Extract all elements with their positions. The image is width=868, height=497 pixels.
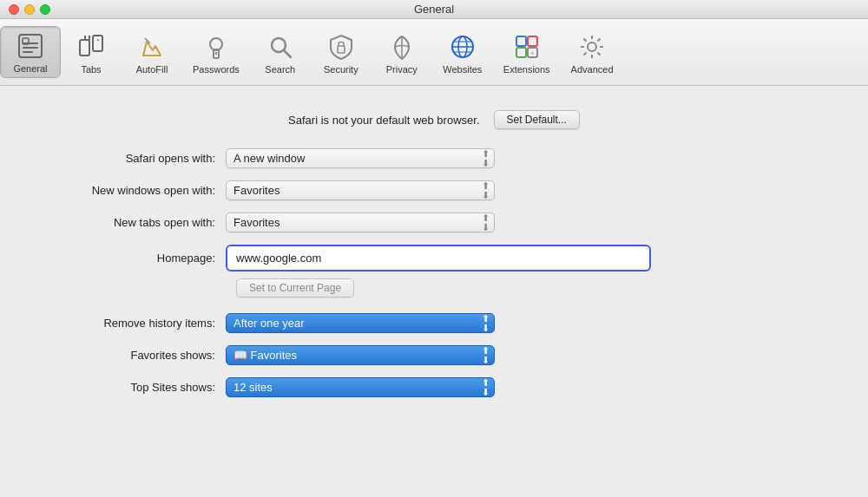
window-title: General (414, 3, 454, 16)
privacy-label: Privacy (386, 64, 418, 75)
maximize-button[interactable] (40, 4, 50, 15)
new-tabs-select-wrapper: Favorites Homepage Empty Page Same Page … (226, 213, 495, 232)
new-windows-control: Favorites Homepage Empty Page Same Page … (226, 180, 495, 200)
new-tabs-label: New tabs open with: (35, 216, 226, 229)
autofill-label: AutoFill (136, 64, 168, 75)
favorites-shows-row: Favorites shows: 📖 Favorites 📖 Bookmarks… (35, 345, 833, 365)
favorites-shows-control: 📖 Favorites 📖 Bookmarks Bar 📖 Bookmarks … (226, 345, 495, 365)
passwords-label: Passwords (193, 64, 240, 75)
toolbar-item-passwords[interactable]: Passwords (182, 28, 250, 78)
svg-point-12 (210, 38, 222, 50)
homepage-label: Homepage: (35, 252, 226, 265)
remove-history-label: Remove history items: (35, 317, 226, 330)
advanced-icon (576, 31, 608, 62)
toolbar-item-advanced[interactable]: Advanced (561, 28, 624, 78)
favorites-shows-label: Favorites shows: (35, 349, 226, 362)
safari-opens-select[interactable]: A new window A new private window All wi… (226, 148, 495, 168)
toolbar-item-tabs[interactable]: Tabs (61, 28, 122, 78)
close-button[interactable] (9, 4, 19, 15)
new-tabs-select[interactable]: Favorites Homepage Empty Page Same Page (226, 213, 495, 232)
passwords-icon (201, 31, 232, 62)
general-label: General (13, 63, 47, 74)
svg-line-34 (598, 53, 601, 56)
set-current-row: Set to Current Page (35, 278, 833, 298)
toolbar-item-search[interactable]: Search (250, 28, 311, 78)
title-bar: General (0, 0, 868, 19)
general-icon (15, 30, 46, 62)
top-sites-select[interactable]: 12 sites 6 sites 24 sites (226, 377, 495, 397)
top-sites-control: 12 sites 6 sites 24 sites ⬆⬇ (226, 377, 495, 397)
toolbar-item-autofill[interactable]: AutoFill (122, 28, 182, 78)
favorites-shows-select-wrapper: 📖 Favorites 📖 Bookmarks Bar 📖 Bookmarks … (226, 345, 495, 365)
search-icon (265, 31, 296, 62)
svg-point-28 (588, 43, 596, 51)
remove-history-select[interactable]: After one year After one day After one w… (226, 313, 495, 333)
extensions-label: Extensions (503, 64, 550, 75)
security-label: Security (324, 64, 358, 75)
svg-line-16 (284, 50, 291, 57)
favorites-shows-select[interactable]: 📖 Favorites 📖 Bookmarks Bar 📖 Bookmarks … (226, 345, 495, 365)
new-windows-label: New windows open with: (35, 184, 226, 197)
websites-icon (447, 31, 478, 62)
search-label: Search (265, 64, 295, 75)
safari-opens-label: Safari opens with: (35, 152, 226, 165)
content-area: Safari is not your default web browser. … (0, 86, 868, 497)
traffic-lights (9, 4, 50, 15)
advanced-label: Advanced (571, 64, 614, 75)
svg-line-35 (598, 39, 601, 42)
default-browser-text: Safari is not your default web browser. (288, 114, 479, 127)
toolbar-item-general[interactable]: General (0, 26, 61, 78)
new-windows-select[interactable]: Favorites Homepage Empty Page Same Page … (226, 180, 495, 200)
svg-rect-24 (528, 36, 537, 46)
new-tabs-control: Favorites Homepage Empty Page Same Page … (226, 213, 495, 232)
minimize-button[interactable] (24, 4, 35, 15)
tabs-label: Tabs (81, 64, 101, 75)
remove-history-row: Remove history items: After one year Aft… (35, 313, 833, 333)
svg-rect-3 (23, 51, 33, 53)
svg-rect-5 (80, 40, 89, 56)
set-current-page-button[interactable]: Set to Current Page (236, 278, 354, 298)
remove-history-control: After one year After one day After one w… (226, 313, 495, 333)
new-windows-row: New windows open with: Favorites Homepag… (35, 180, 833, 200)
autofill-icon (136, 31, 168, 62)
svg-rect-25 (516, 48, 526, 57)
svg-line-33 (584, 39, 587, 42)
toolbar-item-privacy[interactable]: Privacy (372, 28, 432, 78)
safari-opens-control: A new window A new private window All wi… (226, 148, 495, 168)
websites-label: Websites (443, 64, 482, 75)
svg-rect-23 (516, 36, 526, 46)
homepage-input[interactable] (236, 252, 641, 265)
safari-opens-row: Safari opens with: A new window A new pr… (35, 148, 833, 168)
safari-opens-select-wrapper: A new window A new private window All wi… (226, 148, 495, 168)
top-sites-label: Top Sites shows: (35, 381, 226, 394)
homepage-row: Homepage: (35, 245, 833, 271)
svg-line-36 (584, 53, 587, 56)
top-sites-select-wrapper: 12 sites 6 sites 24 sites ⬆⬇ (226, 377, 495, 397)
toolbar: General Tabs AutoFill (0, 19, 868, 86)
extensions-icon: + (511, 31, 542, 62)
tabs-icon (76, 31, 107, 62)
homepage-box (226, 245, 651, 271)
toolbar-item-security[interactable]: Security (311, 28, 372, 78)
security-icon (326, 31, 357, 62)
toolbar-item-extensions[interactable]: + Extensions (493, 28, 561, 78)
svg-rect-8 (93, 36, 102, 51)
remove-history-select-wrapper: After one year After one day After one w… (226, 313, 495, 333)
toolbar-item-websites[interactable]: Websites (432, 28, 493, 78)
privacy-icon (386, 31, 418, 62)
set-default-button[interactable]: Set Default... (494, 110, 580, 129)
svg-text:+: + (530, 49, 535, 57)
top-sites-row: Top Sites shows: 12 sites 6 sites 24 sit… (35, 377, 833, 397)
svg-rect-2 (23, 47, 38, 49)
default-browser-row: Safari is not your default web browser. … (35, 110, 833, 129)
new-tabs-row: New tabs open with: Favorites Homepage E… (35, 213, 833, 232)
new-windows-select-wrapper: Favorites Homepage Empty Page Same Page … (226, 180, 495, 200)
svg-rect-17 (338, 46, 345, 53)
